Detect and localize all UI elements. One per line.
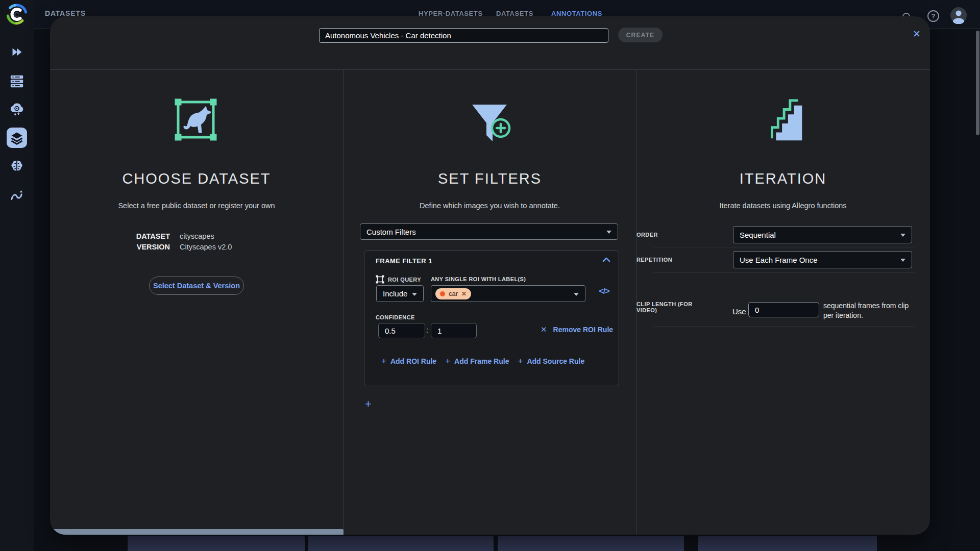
add-source-rule-button[interactable]: + Add Source Rule — [518, 356, 584, 366]
chevron-down-icon — [412, 293, 417, 296]
version-label: VERSION — [50, 242, 170, 253]
modal-header: CREATE ✕ — [50, 16, 930, 70]
row-divider — [653, 272, 915, 273]
select-dataset-version-button[interactable]: Select Dataset & Version — [149, 277, 244, 295]
add-source-rule-label: Add Source Rule — [527, 357, 584, 365]
filter-preset-select[interactable]: Custom Filters — [360, 223, 618, 240]
set-filters-column: SET FILTERS Define which images you wish… — [344, 70, 636, 535]
frame-filter-title: FRAME FILTER 1 — [376, 257, 432, 265]
choose-dataset-title: CHOOSE DATASET — [50, 170, 343, 187]
add-frame-rule-button[interactable]: + Add Frame Rule — [445, 356, 509, 366]
sidebar-item-getting-started[interactable] — [7, 42, 27, 62]
choose-dataset-column: CHOOSE DATASET Select a free public data… — [50, 70, 344, 535]
chevron-up-icon[interactable] — [602, 257, 610, 262]
confidence-separator: : — [426, 326, 428, 334]
add-frame-filter-button[interactable]: + — [365, 399, 372, 409]
clearml-logo-icon[interactable]: C — [6, 3, 28, 26]
remove-x-icon: ✕ — [541, 325, 547, 334]
close-icon[interactable]: ✕ — [910, 27, 924, 41]
roi-labels-label: ANY SINGLE ROI WITH LABEL(S) — [431, 276, 526, 282]
chevron-down-icon — [574, 293, 579, 296]
dataset-label: DATASET — [50, 231, 170, 242]
order-value: Sequential — [740, 231, 776, 239]
sidebar-item-models[interactable] — [7, 156, 27, 177]
chevron-down-icon — [900, 234, 905, 237]
background-card — [698, 536, 877, 551]
code-editor-icon[interactable]: </> — [593, 287, 616, 296]
chevron-down-icon — [606, 231, 611, 234]
set-filters-subtitle: Define which images you wish to annotate… — [344, 202, 636, 210]
repetition-label: REPETITION — [636, 257, 672, 263]
add-roi-rule-label: Add ROI Rule — [390, 357, 436, 365]
plus-icon: + — [518, 356, 523, 366]
repetition-value: Use Each Frame Once — [740, 256, 818, 264]
app-root: DATASETS HYPER-DATASETS DATASETS ANNOTAT… — [0, 0, 980, 551]
roi-labels-select[interactable]: car ✕ — [431, 285, 585, 302]
background-card — [308, 536, 494, 551]
sidebar-item-pipelines[interactable] — [7, 185, 27, 205]
pipeline-route-icon — [9, 187, 24, 203]
svg-text:C: C — [14, 10, 20, 19]
set-filters-title: SET FILTERS — [344, 170, 636, 187]
confidence-max-input[interactable] — [431, 323, 477, 338]
chevron-down-icon — [900, 259, 905, 262]
double-chevron-icon — [9, 44, 24, 60]
sidebar: C — [0, 0, 34, 551]
confidence-min-input[interactable] — [378, 323, 425, 338]
label-chip-text: car — [449, 290, 458, 297]
chip-remove-icon[interactable]: ✕ — [461, 290, 467, 297]
create-button[interactable]: CREATE — [618, 28, 663, 42]
clip-use-label: Use — [732, 307, 746, 316]
remove-roi-rule-label: Remove ROI Rule — [553, 325, 613, 334]
row-divider — [653, 326, 915, 327]
clip-length-label: CLIP LENGTH (FOR VIDEO) — [636, 301, 713, 313]
iteration-subtitle: Iterate datasets using Allegro functions — [636, 202, 929, 210]
sidebar-item-cloud[interactable] — [7, 99, 27, 119]
plus-icon: + — [381, 356, 386, 366]
version-row: VERSION Cityscapes v2.0 — [50, 242, 343, 253]
confidence-label: CONFIDENCE — [376, 314, 415, 320]
roi-query-label-row: ROI QUERY — [376, 275, 421, 284]
sidebar-item-datasets[interactable] — [7, 128, 27, 148]
roi-box-icon — [376, 275, 384, 284]
filter-preset-value: Custom Filters — [366, 228, 416, 236]
clip-length-input[interactable] — [748, 302, 819, 317]
background-card — [128, 536, 305, 551]
dataset-summary: DATASET cityscapes VERSION Cityscapes v2… — [50, 231, 343, 253]
version-value: Cityscapes v2.0 — [180, 242, 232, 253]
add-roi-rule-button[interactable]: + Add ROI Rule — [381, 356, 436, 366]
iteration-column: ITERATION Iterate datasets using Allegro… — [636, 70, 929, 535]
avatar[interactable] — [950, 7, 967, 24]
page-scrollbar[interactable] — [976, 31, 979, 135]
layers-icon — [10, 131, 24, 145]
help-glyph: ? — [932, 12, 936, 20]
choose-dataset-subtitle: Select a free public dataset or register… — [50, 202, 343, 210]
filter-add-icon — [466, 97, 517, 148]
order-select[interactable]: Sequential — [733, 226, 912, 243]
iteration-stairs-icon — [761, 96, 811, 146]
iteration-title: ITERATION — [636, 170, 929, 187]
roi-include-value: Include — [383, 289, 407, 298]
dataset-row: DATASET cityscapes — [50, 231, 343, 242]
help-icon[interactable]: ? — [927, 10, 939, 22]
add-frame-rule-label: Add Frame Rule — [454, 357, 509, 365]
repetition-select[interactable]: Use Each Frame Once — [733, 251, 912, 268]
clip-length-description: sequential frames from clip per iteratio… — [823, 301, 917, 320]
sidebar-item-servers[interactable] — [7, 70, 27, 91]
background-card — [498, 536, 684, 551]
order-label: ORDER — [636, 232, 658, 238]
remove-roi-rule-button[interactable]: ✕ Remove ROI Rule — [541, 325, 613, 334]
roi-include-select[interactable]: Include — [376, 285, 424, 302]
add-rule-row: + Add ROI Rule + Add Frame Rule + Add So… — [381, 356, 584, 366]
plus-icon: + — [445, 356, 450, 366]
row-divider — [653, 247, 915, 247]
dataset-value: cityscapes — [180, 231, 214, 242]
cloud-gear-icon — [9, 102, 24, 117]
create-annotation-task-modal: CREATE ✕ CHOOSE DATASET Select a free pu… — [50, 16, 930, 535]
modal-body: CHOOSE DATASET Select a free public data… — [50, 70, 930, 535]
frame-filter-panel: FRAME FILTER 1 ROI QUERY — [364, 251, 619, 386]
label-color-dot — [440, 291, 445, 296]
task-name-input[interactable] — [319, 28, 608, 43]
modal-horizontal-scrollbar[interactable] — [50, 529, 344, 535]
dataset-annotation-icon — [172, 96, 219, 143]
